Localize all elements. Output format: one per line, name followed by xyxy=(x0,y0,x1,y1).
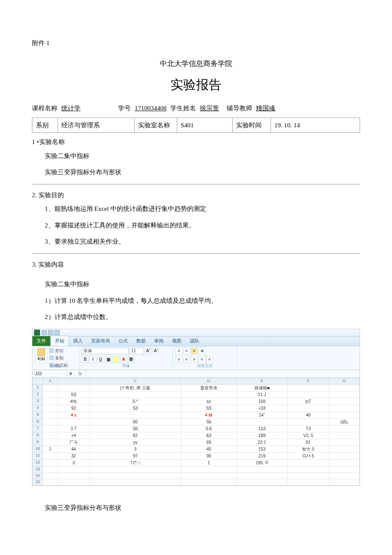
cell[interactable] xyxy=(287,472,329,479)
row-header[interactable]: 13 xyxy=(33,466,43,472)
cell[interactable]: 4 林 xyxy=(181,411,236,418)
cell[interactable] xyxy=(43,411,58,418)
row-header[interactable]: 1 xyxy=(33,384,43,391)
row-header[interactable]: 5 xyxy=(33,411,43,418)
cell[interactable]: 60 xyxy=(89,418,181,425)
qat-redo-icon[interactable] xyxy=(55,330,60,335)
cell[interactable] xyxy=(58,384,89,391)
cell[interactable]: SS xyxy=(181,405,236,411)
cell[interactable] xyxy=(287,479,329,485)
column-header[interactable]: F xyxy=(287,378,329,384)
fx-label[interactable]: fx xyxy=(75,370,86,377)
name-box[interactable]: J33 xyxy=(32,371,66,377)
cell[interactable]: 3 7 xyxy=(58,425,89,432)
cell[interactable] xyxy=(329,446,359,452)
tab-review[interactable]: 审阅 xyxy=(150,336,168,346)
cell[interactable]: 153 xyxy=(236,446,287,452)
row-header[interactable]: 2 xyxy=(33,391,43,398)
cell[interactable]: OJ • 5 xyxy=(287,452,329,459)
cell[interactable]: 72* □ xyxy=(89,459,181,466)
cell[interactable]: 厂斗 xyxy=(58,439,89,446)
cell[interactable] xyxy=(43,384,58,391)
row-header[interactable]: 7 xyxy=(33,425,43,432)
tab-team[interactable]: 团队 xyxy=(186,336,204,346)
cell[interactable]: 3 xyxy=(58,459,89,466)
cell[interactable] xyxy=(181,479,236,485)
row-header[interactable]: 8 xyxy=(33,432,43,439)
cell[interactable]: 32 xyxy=(58,452,89,459)
cell[interactable] xyxy=(287,418,329,425)
cell[interactable]: so xyxy=(181,398,236,405)
cell[interactable]: T3 xyxy=(287,425,329,432)
cell[interactable] xyxy=(236,466,287,472)
cell[interactable] xyxy=(58,479,89,485)
cell[interactable] xyxy=(329,384,359,391)
row-header[interactable]: 14 xyxy=(33,472,43,479)
cell[interactable]: Sk xyxy=(181,418,236,425)
cell[interactable]: 219 xyxy=(236,452,287,459)
italic-button[interactable]: I xyxy=(89,356,96,363)
cell[interactable]: 97 xyxy=(89,452,181,459)
column-header[interactable]: A xyxy=(43,378,58,384)
row-header[interactable]: 4 xyxy=(33,405,43,411)
cell[interactable]: 1S3 xyxy=(236,425,287,432)
font-size-combo[interactable]: 11 xyxy=(130,348,144,354)
spreadsheet-grid[interactable]: ACI1KFG 1j十奇初, 厚 王案童容齐决就咸细■2SS21 J34句5-*… xyxy=(32,378,360,486)
row-header[interactable]: 12 xyxy=(33,459,43,466)
cell[interactable] xyxy=(287,466,329,472)
cell[interactable]: 23 1 xyxy=(236,439,287,446)
cell[interactable]: SS xyxy=(58,391,89,398)
tab-insert[interactable]: 插入 xyxy=(69,336,87,346)
cell[interactable]: 4 s xyxy=(58,411,89,418)
cell[interactable]: 4句 xyxy=(58,398,89,405)
cell[interactable] xyxy=(181,466,236,472)
cell[interactable] xyxy=(181,472,236,479)
cell[interactable] xyxy=(58,418,89,425)
cell[interactable] xyxy=(89,479,181,485)
cell[interactable]: 44 xyxy=(58,446,89,452)
cell[interactable] xyxy=(329,398,359,405)
paste-button[interactable]: 粘贴 xyxy=(35,348,48,363)
grow-font-button[interactable]: Aˇ xyxy=(145,348,152,354)
cell[interactable] xyxy=(329,425,359,432)
cell[interactable]: 就咸细■ xyxy=(236,384,287,391)
cell[interactable]: 90 xyxy=(181,452,236,459)
cell[interactable]: 82 xyxy=(89,432,181,439)
align-top-button[interactable]: ≡ xyxy=(176,348,182,354)
cell[interactable] xyxy=(329,459,359,466)
cell[interactable] xyxy=(329,391,359,398)
row-header[interactable]: 9 xyxy=(33,439,43,446)
align-right-button[interactable]: ≡ xyxy=(191,356,198,363)
column-header[interactable]: G xyxy=(329,378,359,384)
cell[interactable] xyxy=(43,459,58,466)
cell[interactable] xyxy=(43,439,58,446)
cell[interactable] xyxy=(329,466,359,472)
cell[interactable] xyxy=(43,466,58,472)
tab-home[interactable]: 开始 xyxy=(50,336,69,346)
cell[interactable]: ⊟S₁ xyxy=(329,418,359,425)
cell[interactable] xyxy=(329,432,359,439)
cell[interactable]: 0-6 xyxy=(181,425,236,432)
align-middle-button[interactable]: ≡ xyxy=(183,348,190,354)
cell[interactable] xyxy=(43,425,58,432)
cell[interactable] xyxy=(236,418,287,425)
row-header[interactable]: 3 xyxy=(33,398,43,405)
cell[interactable]: V2, 5 xyxy=(287,432,329,439)
cell[interactable] xyxy=(329,472,359,479)
cell[interactable]: j十奇初, 厚 王案 xyxy=(89,384,181,391)
cell[interactable] xyxy=(329,411,359,418)
cell[interactable]: 21 J xyxy=(236,391,287,398)
row-header[interactable]: 6 xyxy=(33,418,43,425)
cell[interactable]: 69 xyxy=(181,439,236,446)
row-header[interactable]: 10 xyxy=(33,446,43,452)
bold-button[interactable]: B xyxy=(82,356,89,363)
font-color-button[interactable]: A xyxy=(120,356,127,363)
cell[interactable] xyxy=(58,472,89,479)
cell[interactable]: >33 xyxy=(236,405,287,411)
column-header[interactable]: I1 xyxy=(181,378,236,384)
cell[interactable] xyxy=(287,459,329,466)
increase-indent-button[interactable]: ≡ xyxy=(206,356,213,363)
cell[interactable]: 3 xyxy=(89,446,181,452)
cell[interactable]: 45 xyxy=(181,446,236,452)
cell[interactable]: 14ˆ xyxy=(236,411,287,418)
